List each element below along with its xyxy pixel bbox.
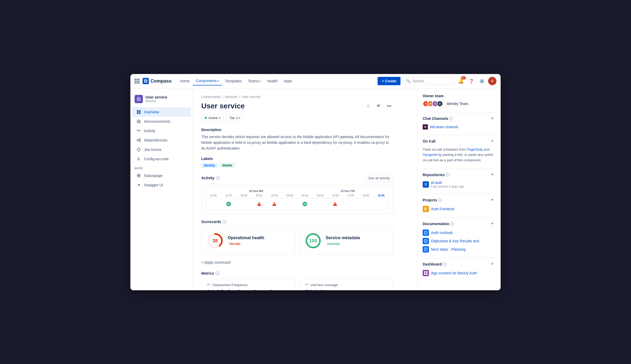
repositories-add-button[interactable]: + (489, 172, 495, 178)
nav-home[interactable]: Home (177, 77, 193, 85)
watch-button[interactable]: 👁 (374, 102, 383, 110)
dashboard-info-icon[interactable]: i (443, 262, 446, 266)
sidebar-item-dependencies[interactable]: Dependencies (132, 135, 191, 145)
dashboard-add-button[interactable]: + (489, 261, 495, 267)
on-call-add-button[interactable]: + (489, 138, 495, 144)
activity-info-icon[interactable]: i (216, 176, 220, 180)
svg-rect-8 (137, 112, 138, 114)
metric-name-deployment: Deployment Frequency (213, 283, 247, 287)
svg-rect-3 (146, 81, 147, 83)
repositories-info-icon[interactable]: i (446, 173, 450, 177)
sidebar-item-overview[interactable]: Overview (132, 107, 191, 117)
breadcrumb-components[interactable]: Components (201, 95, 221, 99)
see-all-activity-button[interactable]: See all activity (365, 174, 393, 182)
owner-team-section: Owner team A B C D Identity Team (423, 94, 495, 107)
documentation-add-button[interactable]: + (489, 221, 495, 227)
pagerduty-link[interactable]: PagerDuty (467, 147, 483, 151)
right-panel: Owner team A B C D Identity Team (417, 89, 501, 290)
dashboard-name[interactable]: App screens for Bancly Auth (431, 271, 477, 275)
tier-badge[interactable]: Tier 1 ▾ (226, 114, 244, 121)
create-button[interactable]: + Create (378, 77, 401, 85)
svg-rect-34 (424, 126, 425, 127)
sidebar-item-label: Announcements (144, 119, 170, 124)
svg-rect-37 (425, 127, 426, 128)
settings-button[interactable]: ⚙️ (478, 77, 486, 85)
activity-title-row: Activity i (201, 176, 220, 180)
main-layout: User service Service Overview Announceme… (130, 89, 501, 290)
sidebar-service-type: Service (145, 99, 167, 103)
sidebar-item-announcements[interactable]: Announcements (132, 117, 191, 126)
on-call-text: Track on-call schedules from PagerDuty a… (423, 147, 495, 163)
projects-header: Projects i + (423, 197, 495, 203)
sidebar-item-activity[interactable]: Activity (132, 126, 191, 135)
svg-rect-6 (137, 110, 138, 112)
svg-rect-54 (424, 273, 426, 275)
doc-icon-1 (423, 238, 429, 244)
activity-icon (136, 128, 141, 133)
nav-health[interactable]: Health (264, 77, 281, 85)
nav-items-container: Home Components ▾ Templates Teams ▾ Heal… (177, 77, 295, 85)
help-button[interactable]: ❓ (467, 77, 476, 85)
sidebar-header: User service Service (130, 93, 193, 107)
svg-rect-1 (146, 79, 147, 81)
label-identity[interactable]: Identity (201, 163, 218, 168)
metrics-info-icon[interactable]: i (216, 272, 219, 275)
config-icon (136, 156, 141, 162)
notifications-button[interactable]: 🔔 9+ (457, 77, 465, 85)
documentation-info-icon[interactable]: i (450, 222, 454, 226)
projects-add-button[interactable]: + (489, 197, 495, 203)
chat-channels-add-button[interactable]: + (489, 115, 495, 122)
app-logo[interactable]: Compass (143, 78, 172, 84)
doc-name-0[interactable]: Auth runbook (431, 231, 453, 235)
chat-channels-info-icon[interactable]: i (449, 117, 453, 120)
description-text: This service decides which requests are … (201, 134, 393, 151)
apply-scorecard-button[interactable]: + Apply scorecard (201, 259, 393, 266)
time-label-1: 22:00 (221, 194, 236, 197)
time-label-10: 14:00 (358, 194, 374, 197)
activity-cell-10 (358, 198, 373, 210)
more-options-button[interactable]: ••• (385, 102, 393, 110)
owner-team-name[interactable]: Identity Team (447, 102, 468, 106)
label-mobile[interactable]: Mobile (220, 163, 235, 168)
opsgenie-link[interactable]: Opsgenie (423, 153, 437, 157)
doc-name-1[interactable]: Objectives & Key Results and (431, 239, 479, 243)
projects-section: Projects i + Auth Frontend (423, 197, 495, 212)
sidebar-service-name: User service (145, 95, 167, 99)
sidebar-item-label: Dependencies (144, 138, 167, 142)
scorecards-grid: 38 Operational health FAILING (201, 227, 393, 255)
main-content: Components / Services / User service Use… (193, 89, 417, 290)
status-badge[interactable]: Active ▾ (201, 114, 224, 121)
time-label-5: 04:00 (282, 194, 298, 197)
owner-team-header: Owner team (423, 94, 495, 98)
apps-section-label: APPS (130, 164, 193, 171)
search-placeholder: Search (412, 79, 424, 83)
scorecard-operational-health[interactable]: 38 Operational health FAILING (201, 227, 295, 255)
projects-info-icon[interactable]: i (438, 198, 442, 202)
breadcrumb-services[interactable]: Services (225, 95, 238, 99)
scorecards-info-icon[interactable]: i (223, 220, 226, 224)
svg-text:!: ! (274, 203, 275, 206)
svg-point-5 (138, 98, 139, 100)
sidebar-item-jira[interactable]: Jira Issues (132, 145, 191, 154)
user-avatar[interactable]: U (488, 77, 496, 85)
nav-templates[interactable]: Templates (222, 77, 245, 85)
nav-components[interactable]: Components ▾ (193, 77, 222, 85)
labels-title: Labels (201, 157, 393, 161)
sidebar-item-statuspage[interactable]: Statuspage (132, 171, 191, 180)
repo-name[interactable]: id-auth (431, 181, 464, 185)
nav-apps[interactable]: Apps (281, 77, 295, 85)
search-bar[interactable]: 🔍 Search (403, 77, 455, 85)
sidebar-item-config[interactable]: Config-as-code (132, 154, 191, 164)
doc-row-0: Auth runbook (423, 230, 495, 236)
description-title: Description (201, 128, 393, 132)
app-grid-icon[interactable] (135, 79, 139, 84)
channel-row[interactable]: #id-team-channel (423, 124, 495, 129)
sidebar-item-swagger[interactable]: Swagger UI (132, 180, 191, 190)
project-name[interactable]: Auth Frontend (431, 207, 454, 211)
channel-name: #id-team-channel (430, 125, 458, 129)
nav-teams[interactable]: Teams ▾ (245, 77, 264, 85)
scorecard-service-metadata[interactable]: 100 Service metadata PASSING (299, 227, 393, 255)
doc-name-2[interactable]: Next steps : Planning (431, 247, 465, 251)
sidebar-item-label: Activity (144, 129, 155, 133)
star-button[interactable]: ☆ (364, 102, 372, 110)
